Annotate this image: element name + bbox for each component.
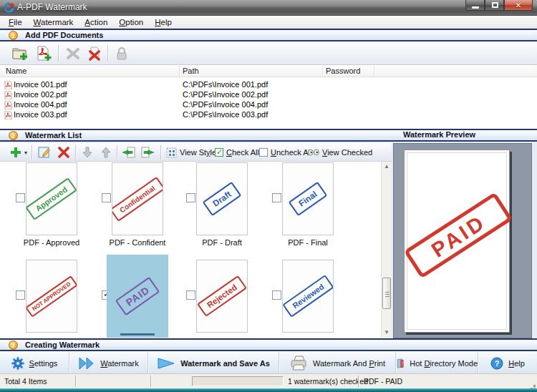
window-frame-bottom bbox=[0, 388, 537, 392]
watermark-item-paid[interactable]: ✓ PAID bbox=[92, 259, 176, 338]
vertical-scrollbar[interactable]: ▲ ▼ bbox=[381, 162, 391, 338]
table-row[interactable]: Invoice 002.pdf C:\PDFs\Invoice 002.pdf bbox=[0, 90, 537, 100]
watermark-item-confidential[interactable]: Confidential PDF - Confident bbox=[92, 162, 176, 248]
watermark-thumbnail[interactable]: Confidential bbox=[112, 162, 163, 235]
watermark-checkbox[interactable] bbox=[186, 193, 195, 202]
column-path[interactable]: Path bbox=[183, 67, 199, 75]
table-row[interactable]: Invoice 004.pdf C:\PDFs\Invoice 004.pdf bbox=[0, 100, 537, 110]
pdf-toolbar bbox=[0, 41, 537, 65]
status-checked-count: 1 watermark(s) checked bbox=[288, 377, 368, 386]
help-button[interactable]: ? Help bbox=[478, 352, 537, 374]
scrollbar-grip bbox=[385, 292, 390, 293]
scroll-down-icon[interactable]: ▼ bbox=[382, 328, 391, 338]
column-separator[interactable] bbox=[179, 66, 180, 77]
watermark-save-as-label: Watermark and Save As bbox=[180, 359, 270, 368]
resize-grip[interactable] bbox=[533, 385, 536, 387]
column-password[interactable]: Password bbox=[326, 67, 360, 75]
file-table-header[interactable]: Name Path Password bbox=[0, 65, 537, 77]
file-path: C:\PDFs\Invoice 003.pdf bbox=[183, 110, 268, 119]
add-pdf-icon bbox=[35, 46, 52, 62]
pdf-file-list: Name Path Password Invoice 001.pdf C:\PD… bbox=[0, 65, 537, 129]
watermark-preview-title: Watermark Preview bbox=[403, 130, 475, 139]
file-name: Invoice 002.pdf bbox=[14, 90, 67, 99]
minimize-button[interactable] bbox=[465, 0, 485, 11]
double-arrow-icon bbox=[78, 357, 95, 370]
watermark-thumbnail[interactable]: Reviewed bbox=[282, 260, 334, 333]
status-separator bbox=[75, 376, 77, 387]
watermark-item-approved[interactable]: Approved PDF - Approved bbox=[6, 162, 90, 248]
watermark-thumbnail[interactable]: Approved bbox=[26, 162, 77, 235]
watermark-item-draft[interactable]: Draft PDF - Draft bbox=[176, 162, 261, 248]
menu-watermark[interactable]: Watermark bbox=[28, 17, 79, 27]
scrollbar-thumb[interactable] bbox=[382, 278, 391, 309]
watermark-thumbnail[interactable]: Rejected bbox=[196, 260, 248, 333]
table-row[interactable]: Invoice 003.pdf C:\PDFs\Invoice 003.pdf bbox=[0, 110, 537, 120]
watermark-thumbnail[interactable]: Draft bbox=[196, 162, 248, 235]
watermark-item-reviewed[interactable]: Reviewed bbox=[262, 259, 347, 338]
table-row[interactable]: Invoice 001.pdf C:\PDFs\Invoice 001.pdf bbox=[0, 80, 537, 90]
section-add-pdf-header: 1 Add PDF Documents bbox=[0, 29, 537, 41]
watermark-checkbox-checked[interactable]: ✓ bbox=[102, 290, 111, 300]
maximize-icon bbox=[492, 2, 498, 8]
eyes-icon bbox=[308, 149, 319, 156]
menu-action[interactable]: Action bbox=[79, 17, 113, 27]
badge-2: 2 bbox=[9, 131, 18, 140]
help-icon: ? bbox=[490, 357, 503, 370]
watermark-checkbox[interactable] bbox=[16, 193, 25, 202]
watermark-save-as-button[interactable]: Watermark and Save As bbox=[148, 352, 279, 374]
close-button[interactable]: ✕ bbox=[504, 0, 533, 11]
edit-watermark-button[interactable] bbox=[37, 145, 52, 160]
column-separator[interactable] bbox=[322, 66, 324, 77]
menu-help[interactable]: Help bbox=[149, 17, 178, 27]
watermark-thumbnail[interactable]: Final bbox=[282, 162, 334, 235]
pdf-file-icon bbox=[4, 81, 12, 91]
view-style-button[interactable]: View Style ▾ bbox=[166, 145, 222, 160]
menu-option[interactable]: Option bbox=[113, 17, 149, 27]
scroll-up-icon[interactable]: ▲ bbox=[382, 162, 391, 172]
stamp-text: NOT APPROVED bbox=[26, 275, 77, 318]
add-watermark-button[interactable]: ▾ bbox=[10, 145, 27, 160]
watermark-checkbox[interactable] bbox=[272, 290, 281, 300]
watermark-button[interactable]: Watermark bbox=[69, 352, 148, 374]
export-watermark-button[interactable] bbox=[140, 145, 155, 160]
view-style-icon bbox=[166, 147, 177, 158]
column-name[interactable]: Name bbox=[6, 67, 26, 75]
menu-file[interactable]: File bbox=[3, 17, 28, 27]
hot-directory-button[interactable]: Hot Directory Mode bbox=[396, 352, 478, 374]
watermark-thumbnail[interactable]: PAID bbox=[112, 260, 163, 333]
view-checked-button[interactable]: View Checked bbox=[308, 145, 372, 160]
watermark-item-final[interactable]: Final PDF - Final bbox=[262, 162, 347, 248]
remove-all-button[interactable] bbox=[86, 45, 103, 62]
column-separator[interactable] bbox=[374, 66, 375, 77]
uncheck-all-button[interactable]: Uncheck All bbox=[259, 145, 311, 160]
watermark-item-not-approved[interactable]: NOT APPROVED bbox=[6, 259, 90, 338]
arrow-up-icon bbox=[100, 147, 112, 158]
watermark-checkbox[interactable] bbox=[272, 193, 281, 202]
watermark-checkbox[interactable] bbox=[16, 290, 25, 300]
title-bar[interactable]: A-PDF Watermark ✕ bbox=[0, 0, 537, 16]
watermark-checkbox[interactable] bbox=[186, 290, 195, 300]
import-watermark-button[interactable] bbox=[122, 145, 136, 160]
play-icon bbox=[157, 357, 175, 370]
svg-text:?: ? bbox=[495, 359, 500, 368]
chevron-down-icon[interactable]: ▾ bbox=[24, 150, 27, 156]
watermark-item-rejected[interactable]: Rejected bbox=[176, 259, 261, 338]
file-name: Invoice 003.pdf bbox=[14, 110, 67, 119]
toolbar-separator bbox=[160, 145, 162, 160]
section-watermark-list-header: 2 Watermark List Watermark Preview bbox=[0, 129, 537, 142]
check-all-button[interactable]: ✓ Check All bbox=[215, 145, 259, 160]
add-pdf-button[interactable] bbox=[35, 45, 52, 62]
watermark-print-button[interactable]: Watermark And Print bbox=[279, 352, 396, 374]
delete-icon bbox=[57, 147, 70, 158]
status-progress-panel bbox=[192, 376, 284, 386]
add-folder-button[interactable] bbox=[11, 45, 29, 62]
file-name: Invoice 001.pdf bbox=[14, 80, 67, 89]
watermark-checkbox[interactable] bbox=[102, 193, 111, 202]
settings-button[interactable]: Settings bbox=[0, 352, 69, 374]
unchecked-checkbox-icon bbox=[259, 148, 268, 157]
delete-watermark-button[interactable] bbox=[57, 145, 70, 160]
maximize-button[interactable] bbox=[485, 0, 504, 11]
watermark-thumbnail[interactable]: NOT APPROVED bbox=[26, 260, 77, 333]
import-icon bbox=[122, 147, 136, 158]
status-separator bbox=[358, 376, 359, 387]
